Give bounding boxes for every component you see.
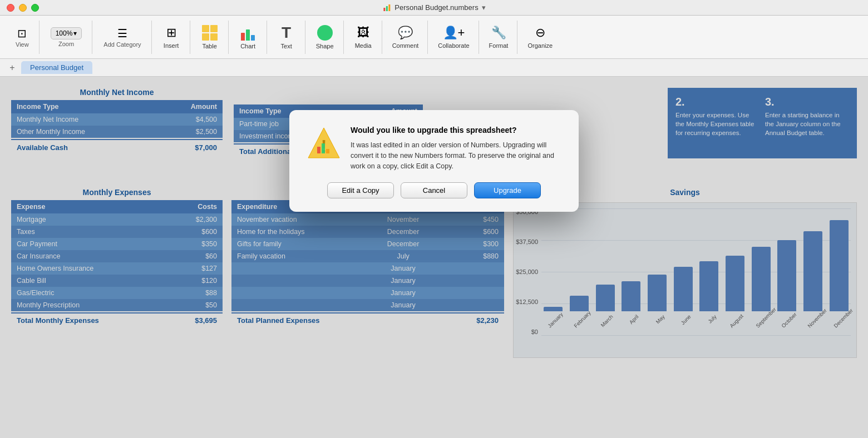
organize-icon: ⊖	[535, 26, 545, 40]
comment-group: 💬 Comment	[383, 21, 428, 54]
dialog-overlay: ! Would you like to upgrade this spreads…	[0, 77, 868, 438]
add-sheet-button[interactable]: +	[6, 61, 19, 74]
table-button[interactable]: Table	[196, 23, 224, 52]
maximize-button[interactable]	[31, 4, 39, 12]
comment-icon: 💬	[398, 26, 413, 40]
comment-button[interactable]: 💬 Comment	[388, 23, 423, 51]
chart-group: Chart	[230, 21, 267, 54]
shape-button[interactable]: Shape	[311, 23, 339, 52]
zoom-group: 100% ▾ Zoom	[41, 21, 93, 54]
organize-button[interactable]: ⊖ Organize	[523, 23, 557, 51]
svg-rect-5	[317, 147, 320, 153]
format-group: 🔧 Format	[480, 21, 518, 54]
svg-rect-7	[326, 149, 329, 153]
svg-rect-6	[322, 143, 325, 153]
dialog-title: Would you like to upgrade this spreadshe…	[351, 126, 562, 135]
collaborate-icon: 👤+	[443, 26, 465, 40]
toolbar: ⊡ View 100% ▾ Zoom ☰ Add Category ⊞ Inse…	[0, 16, 868, 59]
dialog-content: Would you like to upgrade this spreadshe…	[351, 126, 562, 171]
window-title: Personal Budget.numbers ▾	[382, 3, 485, 12]
media-button[interactable]: 🖼 Media	[349, 23, 377, 51]
svg-rect-1	[386, 6, 388, 11]
dialog-header: ! Would you like to upgrade this spreads…	[306, 126, 562, 171]
cancel-button[interactable]: Cancel	[401, 182, 467, 198]
minimize-button[interactable]	[19, 4, 27, 12]
text-group: T Text	[268, 21, 305, 54]
insert-button[interactable]: ⊞ Insert	[157, 23, 185, 51]
dialog-message: It was last edited in an older version o…	[351, 140, 562, 171]
shape-group: Shape	[307, 21, 344, 54]
text-button[interactable]: T Text	[273, 23, 300, 52]
table-icon	[202, 25, 218, 41]
format-icon: 🔧	[491, 26, 506, 40]
media-group: 🖼 Media	[345, 21, 382, 54]
media-icon: 🖼	[357, 26, 369, 40]
text-icon: T	[282, 25, 291, 41]
view-button[interactable]: ⊡ View	[10, 24, 34, 50]
chart-button[interactable]: Chart	[234, 23, 262, 52]
add-category-button[interactable]: ☰ Add Category	[98, 24, 146, 50]
warning-icon: !	[306, 126, 342, 161]
app-icon	[382, 3, 391, 12]
title-bar: Personal Budget.numbers ▾	[0, 0, 868, 16]
close-button[interactable]	[7, 4, 14, 12]
zoom-button[interactable]: 100% ▾ Zoom	[45, 25, 88, 49]
upgrade-dialog: ! Would you like to upgrade this spreads…	[289, 110, 579, 212]
svg-rect-0	[383, 8, 385, 11]
list-icon: ☰	[117, 27, 127, 40]
edit-copy-button[interactable]: Edit a Copy	[327, 182, 394, 198]
sheet-tab-personal-budget[interactable]: Personal Budget	[21, 61, 92, 74]
shape-icon	[317, 25, 333, 41]
format-button[interactable]: 🔧 Format	[485, 23, 513, 51]
svg-rect-2	[388, 4, 390, 11]
table-group: Table	[191, 21, 229, 54]
insert-icon: ⊞	[166, 26, 176, 40]
chart-icon	[241, 25, 255, 41]
traffic-lights[interactable]	[7, 4, 39, 12]
dialog-buttons: Edit a Copy Cancel Upgrade	[306, 182, 562, 198]
view-group: ⊡ View	[6, 21, 40, 54]
organize-group: ⊖ Organize	[519, 21, 561, 54]
collaborate-button[interactable]: 👤+ Collaborate	[433, 23, 474, 51]
view-icon: ⊡	[17, 27, 27, 40]
collaborate-group: 👤+ Collaborate	[429, 21, 479, 54]
sheet-tab-bar: + Personal Budget	[0, 59, 868, 77]
add-category-group: ☰ Add Category	[93, 21, 151, 54]
upgrade-button[interactable]: Upgrade	[474, 182, 541, 198]
insert-group: ⊞ Insert	[153, 21, 190, 54]
main-area: Monthly Net Income Income Type Amount Mo…	[0, 77, 868, 438]
